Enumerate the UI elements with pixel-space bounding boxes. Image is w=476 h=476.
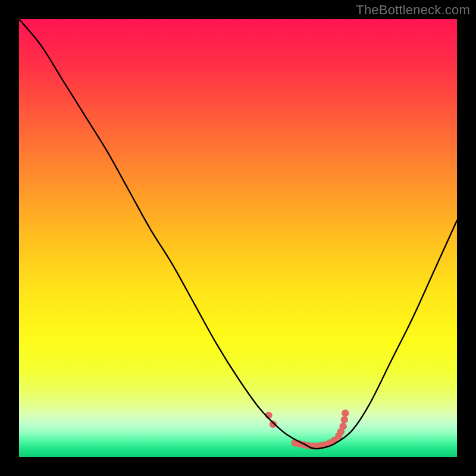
highlight-dot xyxy=(339,422,346,430)
highlight-dot xyxy=(342,409,349,416)
highlight-dot xyxy=(270,421,277,428)
watermark-text: TheBottleneck.com xyxy=(356,2,470,18)
bottleneck-curve xyxy=(19,19,457,449)
chart-svg xyxy=(19,19,457,457)
chart-frame: TheBottleneck.com xyxy=(0,0,476,476)
optimal-range-dots xyxy=(265,409,349,450)
highlight-dot xyxy=(341,416,348,423)
plot-area xyxy=(19,19,457,457)
